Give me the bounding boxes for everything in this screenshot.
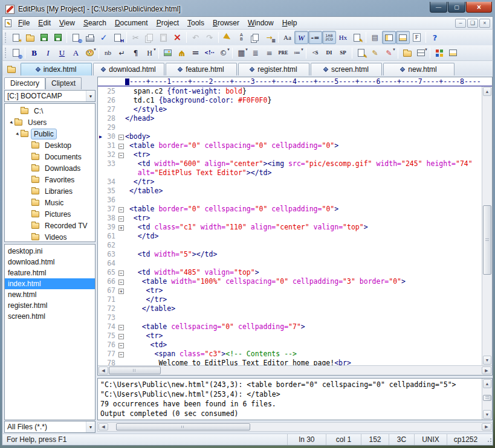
scroll-track[interactable] <box>109 366 481 374</box>
menu-tools[interactable]: Tools <box>183 18 209 28</box>
tree-item-public[interactable]: ▾Public <box>5 128 95 139</box>
menu-edit[interactable]: Edit <box>34 18 55 28</box>
css-button[interactable]: ✎ <box>368 46 382 60</box>
print-preview-button[interactable]: ◎ <box>69 31 83 44</box>
fold-toggle-icon[interactable]: − <box>117 341 125 350</box>
menu-window[interactable]: Window <box>244 18 278 28</box>
code-line[interactable]: 73 <box>98 313 482 322</box>
tree-item-favorites[interactable]: Favorites <box>5 174 95 185</box>
code-line[interactable]: 36 <box>98 196 482 205</box>
mdi-minimize-button[interactable]: – <box>455 19 466 28</box>
fold-toggle-icon[interactable]: + <box>117 223 125 232</box>
collapse-icon[interactable]: − <box>118 270 124 276</box>
fold-toggle-icon[interactable]: − <box>117 205 125 214</box>
mdi-close-button[interactable]: × <box>479 19 490 28</box>
code-line[interactable]: alt="EditPlus Text Editor"></td> <box>98 168 482 178</box>
collapse-icon[interactable]: − <box>118 207 124 213</box>
menu-search[interactable]: Search <box>79 18 111 28</box>
tab-space-button[interactable]: -= <box>308 31 322 44</box>
code-line[interactable]: 72 </table> <box>98 304 482 313</box>
hr-button[interactable]: = <box>189 46 202 60</box>
chevron-down-icon[interactable]: ▼ <box>86 421 95 432</box>
collapse-icon[interactable]: − <box>118 325 124 330</box>
output-vertical-scrollbar[interactable]: ▲ ▼ <box>482 379 492 420</box>
collapse-icon[interactable]: − <box>118 352 124 357</box>
expand-icon[interactable]: + <box>118 225 124 231</box>
toolbar-grip[interactable] <box>5 33 7 43</box>
collapse-icon[interactable]: − <box>118 343 124 348</box>
replace-button[interactable]: A B <box>235 31 248 44</box>
list-button[interactable]: ≔▼ <box>290 46 304 60</box>
tree-item-videos[interactable]: Videos <box>5 231 95 242</box>
file-item-new-html[interactable]: new.html <box>5 289 95 300</box>
open-file-button[interactable] <box>23 31 37 44</box>
goto-line-button[interactable]: →≣ <box>262 31 276 44</box>
code-line[interactable]: ▶30−<body> <box>98 132 482 141</box>
toolbar-grip[interactable] <box>5 48 7 58</box>
fold-toggle-icon[interactable]: − <box>117 322 125 331</box>
tab-list-button[interactable] <box>4 63 19 75</box>
underline-button[interactable]: U <box>55 46 69 60</box>
hex-viewer-button[interactable]: Hx <box>336 31 350 44</box>
fold-toggle-icon[interactable]: + <box>117 286 125 295</box>
fullscreen-button[interactable]: F <box>410 31 424 44</box>
scroll-left-icon[interactable]: ◀ <box>99 366 108 374</box>
code-lines[interactable]: 25 span.c2 {font-weight: bold}26 td.c1 {… <box>98 86 482 365</box>
code-line[interactable]: 62 <box>98 241 482 250</box>
file-filter-select[interactable]: All Files (*.*) ▼ <box>4 421 95 433</box>
chevron-down-icon[interactable]: ▼ <box>86 91 95 101</box>
code-line[interactable]: 71 </tr> <box>98 295 482 304</box>
fold-toggle-icon[interactable]: − <box>117 277 125 286</box>
menu-browser[interactable]: Browser <box>209 18 244 28</box>
resize-grip[interactable] <box>484 434 493 445</box>
print-button[interactable] <box>83 31 97 44</box>
scroll-down-icon[interactable]: ▼ <box>483 356 491 365</box>
minimize-button[interactable]: — <box>430 2 447 13</box>
italic-button[interactable]: I <box>41 46 55 60</box>
spell-check-button[interactable]: ✓ <box>97 31 111 44</box>
fold-toggle-icon[interactable]: − <box>117 214 125 223</box>
scroll-thumb[interactable] <box>483 205 491 275</box>
fold-toggle-icon[interactable]: − <box>117 132 125 141</box>
heading-button[interactable]: H▼ <box>143 46 157 60</box>
code-line[interactable]: 31− <table border="0" cellspacing="0" ce… <box>98 141 482 150</box>
cliptext-window-button[interactable]: ▤ <box>368 31 382 44</box>
file-item-register-html[interactable]: register.html <box>5 300 95 311</box>
code-line[interactable]: 27 </style> <box>98 105 482 114</box>
code-line[interactable]: 32− <tr> <box>98 150 482 159</box>
fold-toggle-icon[interactable]: − <box>117 350 125 359</box>
paste-button[interactable] <box>157 31 170 44</box>
anchor-button[interactable]: Ψ <box>175 46 189 60</box>
fold-toggle-icon[interactable]: − <box>117 331 125 341</box>
expand-icon[interactable]: + <box>118 289 124 294</box>
redo-button[interactable]: ↷ <box>202 31 216 44</box>
code-line[interactable]: 78 Welcome to EditPlus Text Editor home … <box>98 359 482 365</box>
maximize-button[interactable]: ▢ <box>448 2 465 13</box>
code-line[interactable]: 25 span.c2 {font-weight: bold} <box>98 87 482 96</box>
tab-index.html[interactable]: index.html <box>21 63 92 75</box>
comment-button[interactable]: <!·· <box>202 46 216 60</box>
code-line[interactable]: 75− <tr> <box>98 331 482 341</box>
line-number-button[interactable]: 1AB 2CD <box>322 31 336 44</box>
di-button[interactable]: DI <box>322 46 336 60</box>
close-button[interactable]: × <box>466 2 492 13</box>
tab-directory[interactable]: Directory <box>4 77 45 89</box>
find-in-files-button[interactable] <box>248 31 262 44</box>
tab-screen.html[interactable]: screen.html <box>311 63 382 75</box>
word-wrap-button[interactable]: W <box>294 31 308 44</box>
line-break-button[interactable]: ↵ <box>115 46 129 60</box>
code-line[interactable]: 37− <table border="0" cellspacing="0" ce… <box>98 205 482 214</box>
file-item-download-html[interactable]: download.html <box>5 257 95 267</box>
code-line[interactable]: 67+ <tr> <box>98 286 482 295</box>
save-all-button[interactable] <box>51 31 65 44</box>
tab-feature.html[interactable]: feature.html <box>166 63 237 75</box>
split-window-button[interactable]: ▼ <box>414 46 428 60</box>
color-button[interactable]: ▼ <box>83 46 97 60</box>
menu-view[interactable]: View <box>55 18 79 28</box>
collapse-icon[interactable]: − <box>118 153 124 158</box>
code-line[interactable]: 33 <td width="600" align="center"><img s… <box>98 159 482 168</box>
collapse-icon[interactable]: − <box>118 135 124 140</box>
collapse-icon[interactable]: − <box>118 334 124 339</box>
context-help-button[interactable]: ? <box>428 31 442 44</box>
file-item-index-html[interactable]: index.html <box>5 278 95 289</box>
